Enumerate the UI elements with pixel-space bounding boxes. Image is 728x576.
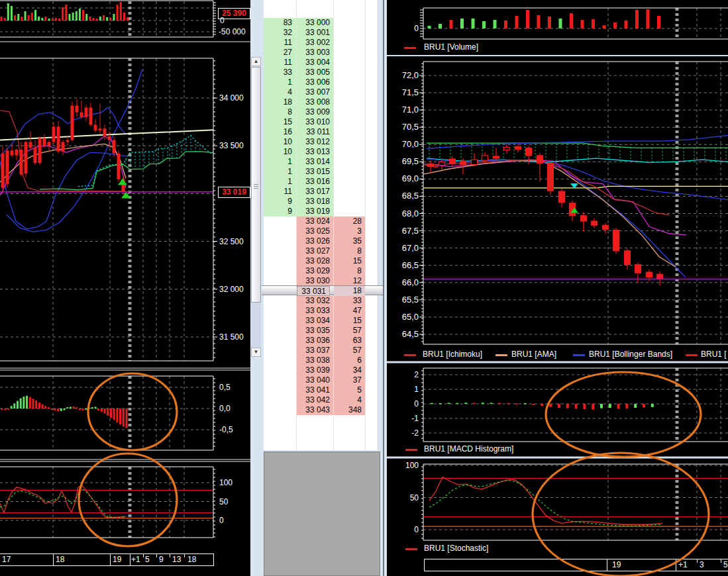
dom-bid-qty-cell[interactable]: 11	[264, 58, 296, 68]
dom-ask-qty-cell[interactable]: 5	[334, 385, 365, 395]
dom-ladder-panel[interactable]: 8333 0003233 0011133 0022733 0031133 004…	[262, 0, 384, 576]
right-chart-panel[interactable]: BRU1 [Volume] BRU1 [Ichimoku] BRU1 [AMA]…	[387, 0, 728, 576]
dom-bid-price-cell[interactable]: 33 001	[297, 28, 333, 38]
dom-ask-price-cell[interactable]: 33 034	[297, 316, 333, 326]
macd-bar	[4, 408, 6, 410]
dom-ask-price-cell[interactable]: 33 043	[297, 405, 333, 415]
candle-body	[52, 126, 56, 142]
dom-bid-qty-cell[interactable]: 1	[264, 157, 296, 167]
dom-bid-qty-cell[interactable]: 11	[264, 38, 296, 48]
dom-ask-qty-cell[interactable]: 3	[334, 226, 365, 236]
dom-ask-price-cell[interactable]: 33 027	[297, 246, 333, 256]
dom-bid-price-cell[interactable]: 33 004	[297, 58, 333, 68]
dom-bid-qty-cell[interactable]: 1	[264, 177, 296, 187]
dom-bid-price-cell[interactable]: 33 019	[297, 207, 333, 216]
macd-bar	[490, 403, 493, 404]
scroll-down-button[interactable]: ▼	[251, 348, 261, 357]
dom-ask-qty-cell[interactable]: 33	[334, 296, 365, 306]
dom-ask-qty-cell[interactable]: 8	[334, 246, 365, 256]
dom-bid-qty-cell[interactable]: 10	[264, 137, 296, 147]
dom-ask-qty-cell[interactable]: 35	[334, 236, 365, 246]
scroll-up-button[interactable]: ▲	[251, 57, 261, 66]
dom-bid-qty-cell[interactable]: 1	[264, 77, 296, 87]
dom-bid-qty-cell[interactable]: 10	[264, 147, 296, 157]
dom-ask-qty-cell[interactable]: 15	[334, 316, 365, 326]
dom-bid-price-cell[interactable]: 33 007	[297, 87, 333, 97]
dom-bid-price-cell[interactable]: 33 013	[297, 147, 333, 157]
dom-bid-price-cell[interactable]: 33 003	[297, 48, 333, 58]
dom-bid-price-cell[interactable]: 33 011	[297, 127, 333, 137]
dom-ask-qty-cell[interactable]: 47	[334, 306, 365, 316]
dom-ask-qty-cell[interactable]: 6	[334, 356, 365, 365]
dom-ask-qty-cell[interactable]: 15	[334, 256, 365, 266]
dom-ask-qty-cell[interactable]: 57	[334, 346, 365, 356]
dom-bid-price-cell[interactable]: 33 010	[297, 117, 333, 127]
dom-ask-qty-cell[interactable]: 57	[334, 326, 365, 336]
dom-ask-price-cell[interactable]: 33 026	[297, 236, 333, 246]
dom-bid-qty-cell[interactable]: 33	[264, 68, 296, 77]
dom-bid-price-cell[interactable]: 33 014	[297, 157, 333, 167]
dom-ask-qty-cell[interactable]: 28	[334, 216, 365, 226]
dom-ask-price-cell[interactable]: 33 028	[297, 256, 333, 266]
dom-bid-price-cell[interactable]: 33 008	[297, 97, 333, 107]
bollinger-legend-label: BRU1 [Bollinger Bands]	[589, 350, 672, 360]
dom-bid-price-cell[interactable]: 33 005	[297, 68, 333, 77]
dom-ask-qty-cell[interactable]: 4	[334, 395, 365, 405]
dom-bid-price-cell[interactable]: 33 006	[297, 77, 333, 87]
dom-ask-price-cell[interactable]: 33 040	[297, 375, 333, 385]
candle-body	[76, 106, 79, 113]
dom-ask-qty-cell[interactable]: 34	[334, 365, 365, 375]
dom-bid-qty-cell[interactable]: 32	[264, 28, 296, 38]
dom-bid-qty-cell[interactable]: 9	[264, 207, 296, 216]
dom-bid-qty-cell[interactable]: 15	[264, 117, 296, 127]
dom-ask-price-cell[interactable]: 33 032	[297, 296, 333, 306]
dom-bid-price-cell[interactable]: 33 015	[297, 167, 333, 177]
left-chart-canvas[interactable]	[0, 0, 250, 576]
dom-ask-price-cell[interactable]: 33 038	[297, 356, 333, 365]
y-axis-label: 31 500	[219, 332, 244, 342]
right-chart-canvas[interactable]	[387, 0, 728, 576]
dom-ask-qty-cell[interactable]: 63	[334, 336, 365, 346]
dom-bid-qty-cell[interactable]: 27	[264, 48, 296, 58]
dom-ask-qty-cell[interactable]: 8	[334, 266, 365, 276]
volume-bar	[44, 17, 46, 21]
dom-bid-qty-cell[interactable]: 16	[264, 127, 296, 137]
dom-bid-price-cell[interactable]: 33 012	[297, 137, 333, 147]
dom-ask-qty-cell[interactable]: 37	[334, 375, 365, 385]
dom-ask-price-cell[interactable]: 33 024	[297, 216, 333, 226]
dom-bid-qty-cell[interactable]: 4	[264, 87, 296, 97]
dom-ask-price-cell[interactable]: 33 025	[297, 226, 333, 236]
dom-bid-price-cell[interactable]: 33 017	[297, 187, 333, 197]
y-axis-label: 0,5	[219, 383, 231, 392]
dom-bid-price-cell[interactable]: 33 000	[297, 18, 333, 28]
scrollbar-track[interactable]	[251, 303, 261, 348]
dom-bid-price-cell[interactable]: 33 018	[297, 197, 333, 207]
dom-ask-price-cell[interactable]: 33 039	[297, 365, 333, 375]
dom-ask-price-cell[interactable]: 33 035	[297, 326, 333, 336]
dom-ask-qty-cell[interactable]: 12	[334, 276, 365, 286]
dom-bid-price-cell[interactable]: 33 009	[297, 107, 333, 117]
dom-ask-price-cell[interactable]: 33 033	[297, 306, 333, 316]
axis-border	[213, 553, 214, 566]
dom-ask-price-cell[interactable]: 33 030	[297, 276, 333, 286]
dom-ask-price-cell[interactable]: 33 037	[297, 346, 333, 356]
dom-bid-price-cell[interactable]: 33 016	[297, 177, 333, 187]
scrollbar-thumb[interactable]	[251, 67, 261, 303]
dom-bid-qty-cell[interactable]: 1	[264, 167, 296, 177]
dom-ask-price-cell[interactable]: 33 031	[297, 286, 330, 296]
dom-ask-price-cell[interactable]: 33 042	[297, 395, 333, 405]
dom-ask-price-cell[interactable]: 33 029	[297, 266, 333, 276]
dom-bid-qty-cell[interactable]: 83	[264, 18, 296, 28]
dom-ask-qty-cell[interactable]: 18	[334, 286, 365, 296]
dom-ask-qty-cell[interactable]: 348	[334, 405, 365, 415]
left-chart-panel[interactable]: 25 390 33 019 171819+1591318 0-50 00034 …	[0, 0, 250, 576]
dom-ask-price-cell[interactable]: 33 036	[297, 336, 333, 346]
dom-ask-price-cell[interactable]: 33 041	[297, 385, 333, 395]
dom-bid-qty-cell[interactable]: 9	[264, 197, 296, 207]
dom-bid-price-cell[interactable]: 33 002	[297, 38, 333, 48]
dom-bid-qty-cell[interactable]: 11	[264, 187, 296, 197]
volume-bar	[72, 13, 74, 21]
dom-bid-qty-cell[interactable]: 8	[264, 107, 296, 117]
macd-bar	[583, 404, 586, 409]
dom-bid-qty-cell[interactable]: 18	[264, 97, 296, 107]
